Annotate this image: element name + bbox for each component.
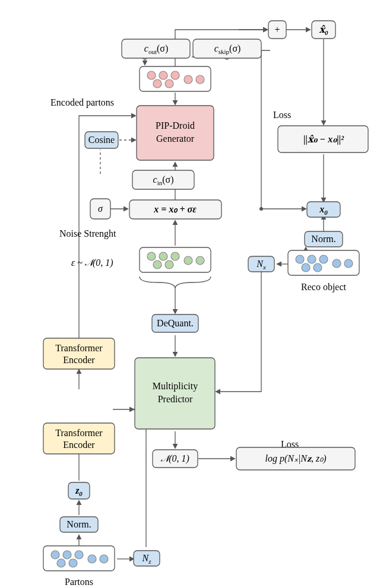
reco-label: Reco object: [301, 282, 347, 293]
svg-text:Encoder: Encoder: [63, 440, 95, 450]
partons-label: Partons: [65, 577, 93, 587]
eps-label: ε ~ 𝒩(0, 1): [71, 258, 113, 268]
svg-text:Generator: Generator: [156, 134, 195, 144]
svg-text:cin(σ): cin(σ): [153, 174, 174, 186]
svg-point-54: [75, 551, 83, 559]
loss1-label: Loss: [273, 110, 291, 120]
encoded-partons-label: Encoded partons: [50, 97, 114, 108]
svg-point-34: [159, 252, 167, 260]
svg-text:+: +: [274, 24, 280, 34]
noise-strength-label: Noise Strenght: [59, 228, 116, 239]
svg-point-14: [184, 75, 192, 84]
svg-text:Predictor: Predictor: [158, 394, 193, 404]
svg-point-55: [57, 559, 65, 567]
svg-text:x = x₀ + σε: x = x₀ + σε: [153, 204, 197, 214]
svg-point-36: [153, 260, 162, 269]
svg-point-32: [344, 259, 353, 268]
svg-point-29: [302, 263, 310, 272]
svg-point-26: [296, 255, 304, 263]
svg-point-13: [165, 80, 173, 88]
svg-point-53: [63, 551, 71, 559]
svg-point-30: [314, 263, 322, 272]
svg-text:cout(σ): cout(σ): [144, 43, 168, 55]
svg-text:log p(Nₓ|N𝐳, z₀): log p(Nₓ|N𝐳, z₀): [265, 453, 326, 464]
svg-point-10: [159, 71, 167, 80]
svg-point-52: [51, 551, 59, 559]
svg-point-57: [88, 555, 96, 563]
svg-point-27: [308, 255, 316, 263]
svg-text:DeQuant.: DeQuant.: [157, 318, 194, 328]
svg-text:||x̂₀ − x₀||²: ||x̂₀ − x₀||²: [303, 134, 344, 145]
svg-text:Norm.: Norm.: [66, 519, 91, 529]
svg-point-58: [100, 555, 108, 563]
svg-text:Cosine: Cosine: [88, 135, 115, 145]
svg-text:Multiplicity: Multiplicity: [153, 381, 198, 392]
svg-text:Norm.: Norm.: [311, 234, 335, 244]
svg-point-9: [147, 71, 156, 80]
svg-point-56: [69, 559, 77, 567]
svg-point-39: [196, 256, 204, 265]
svg-text:𝒩(0, 1): 𝒩(0, 1): [160, 453, 189, 464]
svg-point-31: [332, 259, 341, 268]
svg-text:Transformer: Transformer: [55, 428, 103, 438]
svg-point-28: [319, 255, 328, 263]
svg-point-15: [196, 75, 204, 84]
svg-point-38: [184, 256, 192, 265]
svg-point-35: [171, 252, 179, 260]
svg-point-12: [153, 80, 162, 88]
svg-text:Transformer: Transformer: [55, 343, 103, 353]
svg-text:PIP-Droid: PIP-Droid: [156, 120, 195, 131]
svg-text:Encoder: Encoder: [63, 355, 95, 365]
svg-text:σ: σ: [98, 204, 103, 214]
svg-point-11: [171, 71, 179, 80]
svg-point-37: [165, 260, 173, 269]
svg-point-33: [147, 252, 156, 260]
